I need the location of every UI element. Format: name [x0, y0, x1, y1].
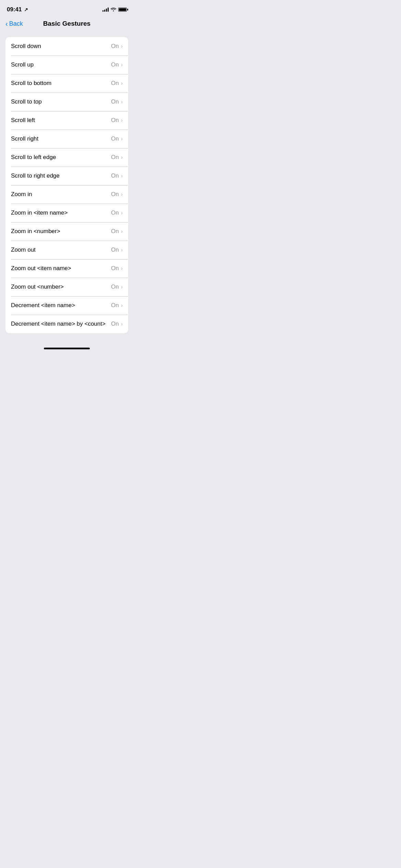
item-chevron-icon-decrement-item-name-by-count: › — [121, 321, 123, 327]
item-status-scroll-right: On — [111, 135, 119, 142]
list-item-scroll-to-left-edge[interactable]: Scroll to left edgeOn› — [5, 148, 128, 167]
battery-icon — [118, 8, 127, 12]
home-bar — [44, 348, 90, 349]
item-label-scroll-left: Scroll left — [11, 117, 111, 124]
item-status-zoom-out-item-name: On — [111, 265, 119, 272]
item-label-scroll-right: Scroll right — [11, 135, 111, 142]
item-right-scroll-left: On› — [111, 117, 123, 124]
item-right-zoom-out-item-name: On› — [111, 265, 123, 272]
signal-bars-icon — [102, 8, 109, 12]
item-label-zoom-out: Zoom out — [11, 246, 111, 253]
item-chevron-icon-zoom-in-number: › — [121, 228, 123, 234]
item-label-zoom-in-number: Zoom in <number> — [11, 228, 111, 235]
item-label-scroll-to-right-edge: Scroll to right edge — [11, 172, 111, 179]
item-chevron-icon-scroll-to-left-edge: › — [121, 154, 123, 160]
item-status-decrement-item-name: On — [111, 302, 119, 309]
list-item-scroll-right[interactable]: Scroll rightOn› — [5, 130, 128, 148]
item-label-scroll-to-left-edge: Scroll to left edge — [11, 154, 111, 161]
item-status-scroll-left: On — [111, 117, 119, 124]
item-chevron-icon-scroll-down: › — [121, 43, 123, 49]
item-right-zoom-in: On› — [111, 191, 123, 198]
list-item-scroll-to-bottom[interactable]: Scroll to bottomOn› — [5, 74, 128, 93]
item-label-scroll-to-top: Scroll to top — [11, 98, 111, 105]
item-chevron-icon-scroll-up: › — [121, 62, 123, 68]
list-item-scroll-to-top[interactable]: Scroll to topOn› — [5, 93, 128, 111]
item-status-scroll-down: On — [111, 43, 119, 50]
item-status-scroll-up: On — [111, 61, 119, 68]
list-item-zoom-in[interactable]: Zoom inOn› — [5, 185, 128, 204]
item-chevron-icon-scroll-to-bottom: › — [121, 80, 123, 86]
item-right-scroll-down: On› — [111, 43, 123, 50]
item-right-scroll-to-right-edge: On› — [111, 172, 123, 179]
list-item-zoom-out-number[interactable]: Zoom out <number>On› — [5, 278, 128, 296]
item-chevron-icon-scroll-to-right-edge: › — [121, 173, 123, 179]
item-chevron-icon-decrement-item-name: › — [121, 302, 123, 309]
list-item-scroll-to-right-edge[interactable]: Scroll to right edgeOn› — [5, 167, 128, 185]
item-right-zoom-in-number: On› — [111, 228, 123, 235]
item-right-scroll-right: On› — [111, 135, 123, 142]
item-status-zoom-in-item-name: On — [111, 209, 119, 216]
item-label-zoom-in-item-name: Zoom in <item name> — [11, 209, 111, 216]
back-label: Back — [9, 20, 23, 27]
list-item-zoom-in-item-name[interactable]: Zoom in <item name>On› — [5, 204, 128, 222]
item-label-zoom-out-number: Zoom out <number> — [11, 284, 111, 290]
list-item-decrement-item-name[interactable]: Decrement <item name>On› — [5, 296, 128, 315]
status-icons — [102, 7, 127, 12]
item-label-scroll-down: Scroll down — [11, 43, 111, 50]
item-label-decrement-item-name-by-count: Decrement <item name> by <count> — [11, 321, 111, 327]
item-right-zoom-in-item-name: On› — [111, 209, 123, 216]
item-status-scroll-to-left-edge: On — [111, 154, 119, 161]
item-label-decrement-item-name: Decrement <item name> — [11, 302, 111, 309]
item-right-scroll-up: On› — [111, 61, 123, 68]
item-right-scroll-to-top: On› — [111, 98, 123, 105]
location-icon: ↗ — [24, 7, 28, 12]
list-item-scroll-left[interactable]: Scroll leftOn› — [5, 111, 128, 130]
item-chevron-icon-scroll-left: › — [121, 117, 123, 123]
item-right-zoom-out-number: On› — [111, 284, 123, 290]
item-status-decrement-item-name-by-count: On — [111, 321, 119, 327]
item-label-zoom-out-item-name: Zoom out <item name> — [11, 265, 111, 272]
item-chevron-icon-zoom-out: › — [121, 247, 123, 253]
list-item-decrement-item-name-by-count[interactable]: Decrement <item name> by <count>On› — [5, 315, 128, 333]
gestures-list: Scroll downOn›Scroll upOn›Scroll to bott… — [5, 37, 128, 333]
item-chevron-icon-zoom-in: › — [121, 191, 123, 197]
list-item-scroll-down[interactable]: Scroll downOn› — [5, 37, 128, 56]
list-item-zoom-in-number[interactable]: Zoom in <number>On› — [5, 222, 128, 241]
page-title: Basic Gestures — [43, 20, 90, 27]
item-right-scroll-to-bottom: On› — [111, 80, 123, 87]
nav-bar: ‹ Back Basic Gestures — [0, 17, 134, 32]
item-status-scroll-to-right-edge: On — [111, 172, 119, 179]
item-chevron-icon-scroll-to-top: › — [121, 99, 123, 105]
item-chevron-icon-zoom-out-number: › — [121, 284, 123, 290]
item-chevron-icon-zoom-in-item-name: › — [121, 210, 123, 216]
home-indicator — [0, 344, 134, 352]
item-chevron-icon-scroll-right: › — [121, 136, 123, 142]
list-item-zoom-out-item-name[interactable]: Zoom out <item name>On› — [5, 259, 128, 278]
item-label-scroll-up: Scroll up — [11, 61, 111, 68]
status-bar: 09:41 ↗ — [0, 0, 134, 17]
back-button[interactable]: ‹ Back — [5, 20, 23, 27]
list-item-scroll-up[interactable]: Scroll upOn› — [5, 56, 128, 74]
item-label-scroll-to-bottom: Scroll to bottom — [11, 80, 111, 87]
item-right-decrement-item-name: On› — [111, 302, 123, 309]
item-status-zoom-out: On — [111, 246, 119, 253]
item-status-zoom-in: On — [111, 191, 119, 198]
item-label-zoom-in: Zoom in — [11, 191, 111, 198]
item-right-zoom-out: On› — [111, 246, 123, 253]
item-status-zoom-out-number: On — [111, 284, 119, 290]
item-status-scroll-to-top: On — [111, 98, 119, 105]
item-right-scroll-to-left-edge: On› — [111, 154, 123, 161]
item-chevron-icon-zoom-out-item-name: › — [121, 265, 123, 272]
back-chevron-icon: ‹ — [5, 20, 8, 27]
wifi-icon — [111, 7, 116, 12]
item-status-scroll-to-bottom: On — [111, 80, 119, 87]
status-time: 09:41 ↗ — [7, 6, 28, 13]
item-status-zoom-in-number: On — [111, 228, 119, 235]
content-area: Scroll downOn›Scroll upOn›Scroll to bott… — [0, 32, 134, 339]
item-right-decrement-item-name-by-count: On› — [111, 321, 123, 327]
list-item-zoom-out[interactable]: Zoom outOn› — [5, 241, 128, 259]
